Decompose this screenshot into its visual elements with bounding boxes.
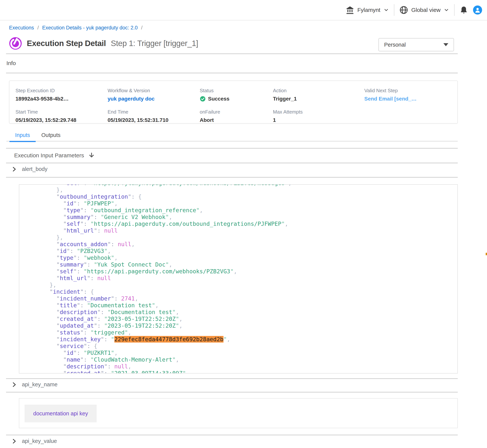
code-line: "self": "https://fylamynt.pagerduty.com/… xyxy=(29,184,457,187)
code-line: "outbound_integration": { xyxy=(29,193,457,200)
info-field-max-attempts: Max Attempts1 xyxy=(273,109,364,123)
divider xyxy=(6,378,458,379)
info-field-value: 18992a43-9538-4b2… xyxy=(16,96,108,102)
chevron-right-icon xyxy=(11,166,17,172)
info-field-label: Workflow & Version xyxy=(108,88,200,94)
info-grid: Step Execution ID18992a43-9538-4b2…Workf… xyxy=(9,81,457,123)
chevron-right-icon xyxy=(11,438,17,444)
download-arrow-icon[interactable] xyxy=(88,152,95,159)
divider xyxy=(6,435,458,435)
execution-input-parameters-label: Execution Input Parameters xyxy=(14,152,84,159)
info-field-value: Trigger_1 xyxy=(273,96,364,102)
divider xyxy=(6,73,458,73)
breadcrumb-executions-link[interactable]: Executions xyxy=(9,25,34,31)
info-field-label: onFailure xyxy=(200,109,273,115)
success-check-icon xyxy=(200,96,206,102)
info-field-onfailure: onFailureAbort xyxy=(200,109,273,123)
param-row-api-key-name[interactable]: api_key_name xyxy=(11,381,57,388)
info-field-action: ActionTrigger_1 xyxy=(273,88,364,102)
info-field-value: Abort xyxy=(200,117,273,123)
scrollbar-highlight-marker xyxy=(486,253,487,255)
code-line: "title": "Documentation test", xyxy=(29,302,457,309)
info-heading: Info xyxy=(6,60,16,66)
divider xyxy=(6,177,458,178)
info-field-label: Action xyxy=(273,88,364,94)
code-line: "summary": "Yuk Spot Connect Doc", xyxy=(29,261,457,268)
breadcrumb-separator: / xyxy=(37,25,39,31)
api-key-name-value-box: documentation api key xyxy=(19,398,458,428)
code-line: "html_url": null xyxy=(29,227,457,234)
scope-selector[interactable]: Personal xyxy=(378,38,454,51)
info-field-value: Success xyxy=(200,96,273,102)
divider xyxy=(6,163,458,163)
tab-inputs[interactable]: Inputs xyxy=(9,132,36,142)
code-line: "incident": { xyxy=(29,288,457,295)
info-field-end-time: End Time05/19/2023, 15:52:31.710 xyxy=(108,109,200,123)
title-row: Execution Step Detail Step 1: Trigger [t… xyxy=(9,37,198,50)
breadcrumb: Executions / Execution Details - yuk pag… xyxy=(9,25,143,31)
code-line: "updated_at": "2023-05-19T22:52:20Z", xyxy=(29,322,457,329)
info-field-value[interactable]: Send Email [send_… xyxy=(364,96,457,102)
param-row-alert-body[interactable]: alert_body xyxy=(11,166,47,172)
code-line: }, xyxy=(29,282,457,288)
code-line: "summary": "Generic V2 Webhook", xyxy=(29,214,457,221)
org-switcher[interactable]: Fylamynt xyxy=(346,6,389,14)
api-key-name-chip-label: documentation api key xyxy=(33,410,88,417)
code-line: "created_at": "2023-05-19T22:52:20Z", xyxy=(29,316,457,322)
status-text: Success xyxy=(208,96,229,102)
info-field-label: Status xyxy=(200,88,273,94)
view-switcher[interactable]: Global view xyxy=(399,6,449,15)
info-field-label: Step Execution ID xyxy=(16,88,108,94)
api-key-name-chip[interactable]: documentation api key xyxy=(24,405,97,422)
tab-outputs[interactable]: Outputs xyxy=(36,132,66,142)
code-line: "name": "CloudWatch-Memory-Alert", xyxy=(29,356,457,363)
code-line: "incident_key": "229efec8feda44778d3fe69… xyxy=(29,336,457,343)
param-label: api_key_name xyxy=(22,381,57,388)
code-line: "id": "PJFWPEP", xyxy=(29,200,457,207)
param-label: alert_body xyxy=(22,166,47,172)
code-line: "self": "https://api.pagerduty.com/outbo… xyxy=(29,221,457,227)
caret-down-icon xyxy=(443,43,448,46)
user-avatar[interactable] xyxy=(473,6,482,15)
code-line: "service": { xyxy=(29,343,457,350)
page-subtitle: Step 1: Trigger [trigger_1] xyxy=(111,39,198,48)
code-line: "id": "PZB2VG3", xyxy=(29,248,457,255)
code-line: "html_url": null xyxy=(29,275,457,282)
info-field-status: StatusSuccess xyxy=(200,88,273,102)
code-line: "id": "PUZKRT1", xyxy=(29,350,457,356)
info-card: Step Execution ID18992a43-9538-4b2…Workf… xyxy=(9,80,458,124)
bank-icon xyxy=(346,6,354,14)
execution-step-detail-page: Fylamynt Global view xyxy=(0,0,487,448)
info-field-label: Max Attempts xyxy=(273,109,364,115)
breadcrumb-execution-details-link[interactable]: Execution Details - yuk pagerduty doc: 2… xyxy=(42,25,138,31)
param-row-api-key-value[interactable]: api_key_value xyxy=(11,438,57,444)
code-line: "accounts_addon": null, xyxy=(29,241,457,248)
tab-bar: Inputs Outputs xyxy=(6,132,458,142)
notifications-button[interactable] xyxy=(459,6,468,14)
info-field-empty xyxy=(364,109,457,123)
scope-selector-value: Personal xyxy=(384,42,406,48)
info-field-value: 05/19/2023, 15:52:31.710 xyxy=(108,117,200,123)
code-line: }, xyxy=(29,234,457,241)
alert-body-json-viewer[interactable]: "self": "https://fylamynt.pagerduty.com/… xyxy=(19,184,458,374)
globe-icon xyxy=(399,6,408,15)
info-field-value[interactable]: yuk pagerduty doc xyxy=(108,96,200,102)
top-bar: Fylamynt Global view xyxy=(0,0,487,20)
divider xyxy=(6,148,458,149)
execution-step-icon xyxy=(9,37,22,50)
highlighted-incident-key: 229efec8feda44778d3fe692b28aed2b xyxy=(114,336,224,343)
code-line: "incident_number": 2741, xyxy=(29,295,457,302)
info-field-start-time: Start Time05/19/2023, 15:52:29.748 xyxy=(16,109,108,123)
topbar-divider xyxy=(454,4,455,16)
info-field-label: End Time xyxy=(108,109,200,115)
page-title: Execution Step Detail xyxy=(27,39,106,48)
code-line: "description": null, xyxy=(29,363,457,370)
info-field-workflow-version: Workflow & Versionyuk pagerduty doc xyxy=(108,88,200,102)
code-line: "type": "webhook", xyxy=(29,255,457,261)
json-code: "self": "https://fylamynt.pagerduty.com/… xyxy=(19,184,457,374)
chevron-down-icon xyxy=(444,7,449,13)
code-line: "self": "https://api.pagerduty.com/webho… xyxy=(29,268,457,275)
info-field-value: 05/19/2023, 15:52:29.748 xyxy=(16,117,108,123)
bell-icon xyxy=(459,6,468,14)
chevron-right-icon xyxy=(11,382,17,387)
